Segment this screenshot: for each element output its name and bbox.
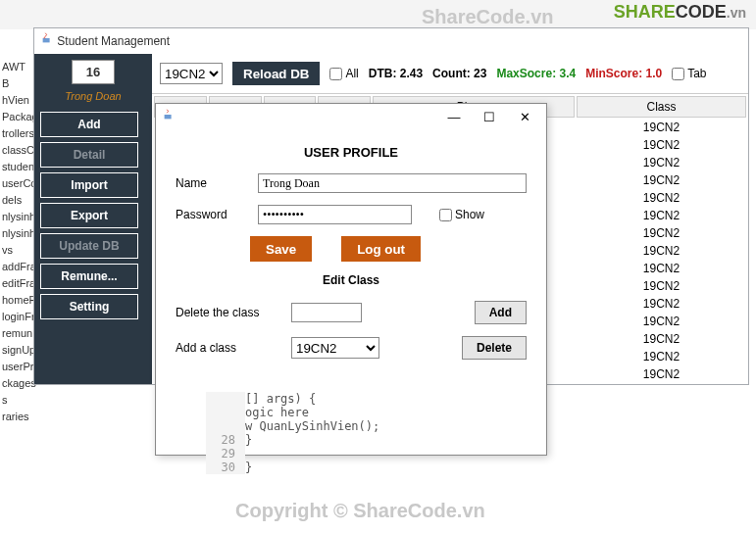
all-checkbox-wrap[interactable]: All <box>329 67 358 80</box>
add-class-button[interactable]: Add <box>475 301 527 324</box>
dtb-stat: DTB: 2.43 <box>369 67 423 80</box>
delete-class-label: Delete the class <box>176 306 283 319</box>
delete-class-input[interactable] <box>291 303 362 322</box>
add-class-label: Add a class <box>176 341 283 355</box>
column-header[interactable]: Class <box>577 96 746 118</box>
user-name-label: Trong Doan <box>65 90 121 102</box>
maximize-button[interactable]: ☐ <box>472 106 507 127</box>
name-input[interactable] <box>258 173 527 193</box>
sharecode-logo: SHARECODE.vn <box>614 2 746 23</box>
dialog-heading: USER PROFILE <box>176 145 527 160</box>
svg-rect-1 <box>165 115 172 119</box>
sidebar-export-button[interactable]: Export <box>40 203 138 228</box>
copyright-watermark: Copyright © ShareCode.vn <box>235 500 485 522</box>
show-checkbox-wrap[interactable]: Show <box>439 208 484 221</box>
tab-checkbox-wrap[interactable]: Tab <box>672 67 706 80</box>
sidebar-detail-button[interactable]: Detail <box>40 142 138 168</box>
sidebar-add-button[interactable]: Add <box>40 112 138 137</box>
sidebar-import-button[interactable]: Import <box>40 172 138 198</box>
minimize-button[interactable]: — <box>436 106 472 127</box>
edit-class-heading: Edit Class <box>176 273 527 287</box>
sidebar-remune--button[interactable]: Remune... <box>40 264 138 289</box>
window-title-bar: Student Management <box>34 28 748 54</box>
save-button[interactable]: Save <box>250 236 312 262</box>
all-checkbox[interactable] <box>329 68 342 80</box>
delete-class-button[interactable]: Delete <box>462 336 527 360</box>
java-icon <box>40 31 54 45</box>
toolbar: 19CN2 Reload DB All DTB: 2.43 Count: 23 … <box>152 54 748 93</box>
dialog-title-bar: — ☐ ✕ <box>156 104 546 129</box>
show-checkbox[interactable] <box>439 209 452 221</box>
sidebar: 16 Trong Doan AddDetailImportExportUpdat… <box>34 54 152 384</box>
password-input[interactable] <box>258 205 412 224</box>
tab-checkbox[interactable] <box>672 68 684 80</box>
name-label: Name <box>176 176 250 190</box>
reload-db-button[interactable]: Reload DB <box>232 62 320 85</box>
watermark: ShareCode.vn <box>422 6 553 28</box>
class-select[interactable]: 19CN2 <box>160 63 223 84</box>
add-class-select[interactable]: 19CN2 <box>291 337 379 359</box>
code-editor: [] args) {ogic herew QuanLySinhVien();28… <box>206 392 379 474</box>
user-id-badge[interactable]: 16 <box>72 60 115 84</box>
java-icon <box>162 108 176 124</box>
window-title: Student Management <box>57 34 170 48</box>
max-score-stat: MaxSocre: 3.4 <box>496 67 576 80</box>
min-score-stat: MinScore: 1.0 <box>585 67 662 80</box>
password-label: Password <box>176 208 250 221</box>
sidebar-update-db-button[interactable]: Update DB <box>40 233 138 259</box>
close-button[interactable]: ✕ <box>507 106 542 127</box>
logout-button[interactable]: Log out <box>341 236 421 262</box>
count-stat: Count: 23 <box>432 67 486 80</box>
sidebar-setting-button[interactable]: Setting <box>40 294 138 319</box>
svg-rect-0 <box>43 38 50 42</box>
